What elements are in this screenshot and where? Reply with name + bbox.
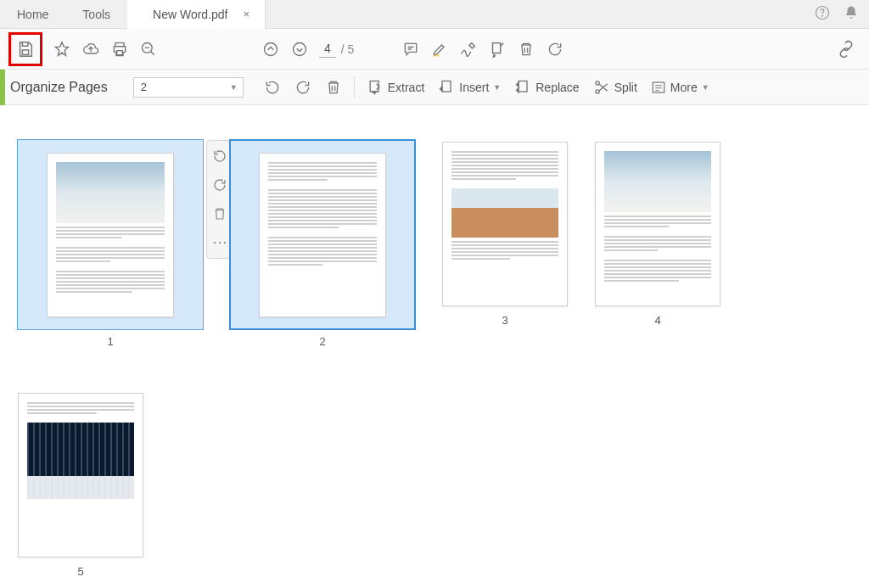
tab-home[interactable]: Home [0, 0, 65, 29]
svg-rect-8 [493, 42, 501, 53]
replace-button[interactable]: Replace [507, 70, 586, 105]
page-up-icon[interactable] [256, 35, 285, 64]
thumb-label: 1 [107, 335, 113, 348]
page-thumbnail-1[interactable]: 1 [17, 139, 204, 348]
page-current-input[interactable]: 4 [319, 40, 336, 58]
tab-document[interactable]: New Word.pdf × [127, 0, 266, 29]
rotate-ccw-button[interactable] [257, 70, 288, 105]
thumb-rotate-ccw-icon[interactable] [210, 146, 230, 166]
svg-point-16 [219, 242, 221, 244]
document-title: New Word.pdf [153, 8, 227, 21]
help-icon[interactable] [815, 5, 830, 23]
delete-page-button[interactable] [318, 70, 349, 105]
thumb-label: 5 [77, 565, 83, 578]
organize-toolbar: Organize Pages 2 ▼ Extract Insert ▼ Repl… [0, 70, 869, 105]
edit-crop-icon[interactable] [483, 35, 512, 64]
rotate-icon[interactable] [541, 35, 569, 64]
svg-rect-4 [117, 50, 123, 54]
svg-rect-10 [442, 81, 451, 92]
svg-rect-2 [22, 49, 28, 53]
tab-tools[interactable]: Tools [65, 0, 127, 29]
svg-rect-9 [370, 81, 378, 92]
thumbnails-area: 1 2 3 [0, 105, 869, 588]
notifications-icon[interactable] [844, 5, 859, 23]
rotate-cw-button[interactable] [288, 70, 318, 105]
svg-rect-11 [519, 81, 527, 92]
extract-button[interactable]: Extract [360, 70, 432, 105]
thumb-label: 4 [654, 314, 660, 327]
main-toolbar: 4 / 5 [0, 29, 869, 70]
page-thumbnail-5[interactable]: 5 [17, 390, 144, 578]
more-button[interactable]: More ▼ [644, 70, 716, 105]
tab-bar: Home Tools New Word.pdf × [0, 0, 869, 29]
thumb-label: 2 [319, 335, 325, 348]
thumb-rotate-cw-icon[interactable] [210, 175, 230, 195]
comment-icon[interactable] [396, 35, 425, 64]
page-thumbnail-3[interactable]: 3 [441, 139, 569, 327]
page-down-icon[interactable] [285, 35, 314, 64]
zoom-icon[interactable] [134, 35, 163, 64]
page-indicator: 4 / 5 [319, 40, 354, 58]
svg-point-7 [294, 42, 306, 55]
sign-icon[interactable] [454, 35, 483, 64]
page-total-label: / 5 [341, 42, 355, 56]
page-thumbnail-4[interactable]: 4 [594, 139, 721, 327]
save-button[interactable] [8, 32, 42, 66]
star-icon[interactable] [48, 35, 76, 64]
thumb-delete-icon[interactable] [210, 204, 230, 224]
thumb-more-icon[interactable] [210, 232, 230, 253]
insert-button[interactable]: Insert ▼ [431, 70, 507, 105]
cloud-upload-icon[interactable] [76, 35, 105, 64]
accent-bar [0, 70, 5, 105]
svg-point-6 [265, 42, 278, 55]
page-select-dropdown[interactable]: 2 ▼ [133, 77, 244, 98]
svg-point-15 [214, 242, 216, 244]
organize-title: Organize Pages [10, 80, 133, 95]
highlight-icon[interactable] [425, 35, 454, 64]
link-icon[interactable] [832, 35, 861, 64]
close-tab-icon[interactable]: × [244, 8, 250, 20]
svg-point-17 [224, 242, 226, 244]
print-icon[interactable] [105, 35, 134, 64]
chevron-down-icon: ▼ [230, 83, 238, 92]
thumb-label: 3 [502, 314, 507, 327]
svg-point-1 [822, 15, 823, 16]
trash-icon[interactable] [512, 35, 541, 64]
page-thumbnail-2[interactable]: 2 [229, 139, 416, 348]
split-button[interactable]: Split [586, 70, 644, 105]
